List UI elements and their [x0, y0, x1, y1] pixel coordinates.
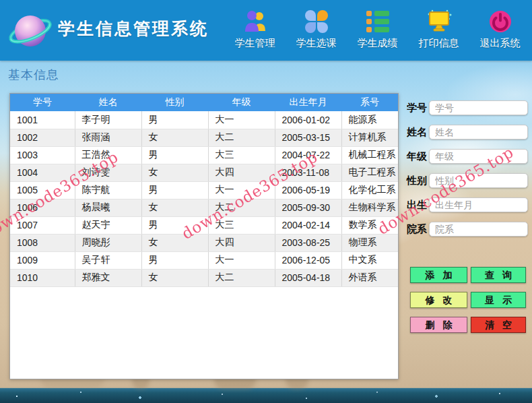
form-row-birth: 出生	[407, 197, 528, 212]
birth-input[interactable]	[429, 197, 528, 212]
sea-strip	[0, 388, 532, 403]
table-cell: 2006-12-05	[275, 251, 341, 269]
table-cell: 能源系	[341, 111, 398, 129]
clear-button[interactable]: 清空	[471, 317, 526, 333]
table-cell: 1004	[10, 164, 75, 181]
column-header[interactable]: 性别	[141, 94, 208, 111]
table-cell: 女	[141, 269, 208, 286]
table-cell: 赵天宇	[75, 216, 141, 234]
table-cell: 2005-04-18	[275, 269, 341, 286]
table-cell: 1006	[10, 199, 75, 216]
table-row[interactable]: 1004刘诗雯女大四2003-11-08电子工程系	[10, 164, 398, 181]
table-cell: 2006-01-02	[275, 111, 341, 129]
table-cell: 1008	[10, 234, 75, 251]
table-cell: 1002	[10, 129, 75, 146]
table-cell: 大三	[208, 146, 275, 164]
nav-item-student-management[interactable]: 学生管理	[224, 7, 286, 50]
table-cell: 大二	[208, 129, 275, 146]
table-cell: 外语系	[341, 269, 398, 286]
students-icon	[242, 7, 268, 35]
form-row-department: 院系	[407, 222, 528, 237]
table-cell: 女	[141, 164, 208, 181]
table-row[interactable]: 1006杨晨曦女大二2005-09-30生物科学系	[10, 199, 398, 216]
power-icon	[488, 7, 513, 35]
query-button[interactable]: 查询	[471, 267, 526, 283]
display-button[interactable]: 显示	[471, 292, 526, 308]
grade-input[interactable]	[429, 149, 528, 164]
table-cell: 1005	[10, 181, 75, 199]
app-title: 学生信息管理系统	[58, 18, 209, 40]
birth-label: 出生	[407, 199, 429, 212]
student-table-body: 1001李子明男大一2006-01-02能源系1002张雨涵女大二2005-03…	[10, 111, 398, 286]
table-cell: 2004-02-14	[275, 216, 341, 234]
table-row[interactable]: 1003王浩然男大三2004-07-22机械工程系	[10, 146, 398, 164]
table-cell: 生物科学系	[341, 199, 398, 216]
table-row[interactable]: 1002张雨涵女大二2005-03-15计算机系	[10, 129, 398, 146]
nav-label: 学生管理	[235, 37, 275, 50]
table-cell: 王浩然	[75, 146, 141, 164]
table-row[interactable]: 1008周晓彤女大四2003-08-25物理系	[10, 234, 398, 251]
table-cell: 1003	[10, 146, 75, 164]
table-cell: 电子工程系	[341, 164, 398, 181]
table-cell: 大一	[208, 251, 275, 269]
student-id-label: 学号	[407, 102, 429, 115]
table-cell: 中文系	[341, 251, 398, 269]
form-row-gender: 性别	[407, 173, 528, 188]
name-input[interactable]	[429, 125, 528, 140]
table-cell: 大二	[208, 199, 275, 216]
table-cell: 物理系	[341, 234, 398, 251]
department-input[interactable]	[429, 222, 528, 237]
delete-button[interactable]: 删除	[410, 317, 467, 333]
table-cell: 男	[141, 181, 208, 199]
table-cell: 女	[141, 234, 208, 251]
grades-list-icon	[366, 7, 389, 35]
form-row-name: 姓名	[407, 125, 528, 140]
monitor-icon	[425, 7, 453, 35]
nav-label: 退出系统	[480, 37, 521, 50]
table-row[interactable]: 1001李子明男大一2006-01-02能源系	[10, 111, 398, 129]
nav-item-print-info[interactable]: 打印信息	[408, 7, 469, 50]
table-cell: 周晓彤	[75, 234, 141, 251]
nav-label: 学生选课	[296, 37, 337, 50]
gender-label: 性别	[407, 175, 429, 187]
column-header[interactable]: 年级	[208, 94, 275, 111]
column-header[interactable]: 姓名	[75, 94, 141, 111]
table-cell: 1010	[10, 269, 75, 286]
table-row[interactable]: 1010郑雅文女大二2005-04-18外语系	[10, 269, 398, 286]
department-label: 院系	[407, 223, 429, 236]
form-row-student-id: 学号	[407, 100, 528, 115]
student-id-input[interactable]	[429, 100, 528, 115]
nav-label: 学生成绩	[358, 37, 398, 50]
student-table-panel: 学号姓名性别年级出生年月系号 1001李子明男大一2006-01-02能源系10…	[9, 93, 399, 379]
table-cell: 2003-11-08	[275, 164, 341, 181]
table-cell: 男	[141, 146, 208, 164]
nav-item-exit-system[interactable]: 退出系统	[469, 7, 531, 50]
table-cell: 2006-05-19	[275, 181, 341, 199]
table-cell: 大二	[208, 269, 275, 286]
table-cell: 男	[141, 111, 208, 129]
table-cell: 1007	[10, 216, 75, 234]
petals-icon	[305, 7, 328, 35]
column-header[interactable]: 出生年月	[275, 94, 341, 111]
table-cell: 化学化工系	[341, 181, 398, 199]
table-row[interactable]: 1005陈宇航男大一2006-05-19化学化工系	[10, 181, 398, 199]
column-header[interactable]: 系号	[341, 94, 398, 111]
table-cell: 大四	[208, 164, 275, 181]
column-header[interactable]: 学号	[10, 94, 75, 111]
nav-item-course-selection[interactable]: 学生选课	[286, 7, 347, 50]
app-window: 学生信息管理系统 学生管理	[0, 0, 532, 403]
table-cell: 女	[141, 129, 208, 146]
nav-item-student-grades[interactable]: 学生成绩	[347, 7, 408, 50]
nav-label: 打印信息	[419, 37, 459, 50]
gender-input[interactable]	[429, 173, 528, 188]
table-cell: 2003-08-25	[275, 234, 341, 251]
table-cell: 2004-07-22	[275, 146, 341, 164]
modify-button[interactable]: 修改	[410, 292, 467, 308]
table-cell: 杨晨曦	[75, 199, 141, 216]
planet-logo	[8, 5, 53, 53]
table-row[interactable]: 1009吴子轩男大一2006-12-05中文系	[10, 251, 398, 269]
table-row[interactable]: 1007赵天宇男大三2004-02-14数学系	[10, 216, 398, 234]
table-cell: 2005-03-15	[275, 129, 341, 146]
table-cell: 大三	[208, 216, 275, 234]
add-button[interactable]: 添加	[410, 267, 467, 283]
